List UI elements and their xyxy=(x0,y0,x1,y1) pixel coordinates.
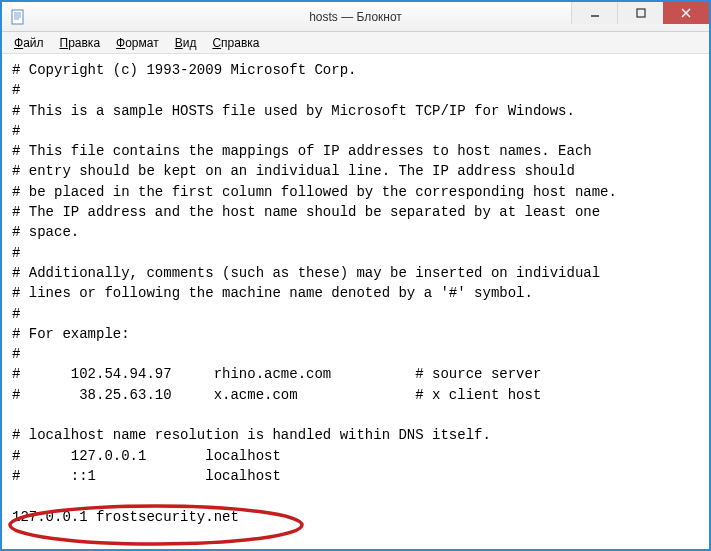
window-title: hosts — Блокнот xyxy=(309,10,402,24)
titlebar: hosts — Блокнот xyxy=(2,2,709,32)
svg-rect-6 xyxy=(637,9,645,17)
menu-format[interactable]: Формат xyxy=(108,34,167,52)
window-controls xyxy=(571,2,709,24)
menu-help[interactable]: Справка xyxy=(204,34,267,52)
menu-edit[interactable]: Правка xyxy=(52,34,109,52)
notepad-icon xyxy=(10,9,26,25)
menu-file[interactable]: Файл xyxy=(6,34,52,52)
text-editor-content[interactable]: # Copyright (c) 1993-2009 Microsoft Corp… xyxy=(2,54,709,549)
close-button[interactable] xyxy=(663,2,709,24)
menu-view[interactable]: Вид xyxy=(167,34,205,52)
minimize-button[interactable] xyxy=(571,2,617,24)
menubar: Файл Правка Формат Вид Справка xyxy=(2,32,709,54)
maximize-button[interactable] xyxy=(617,2,663,24)
